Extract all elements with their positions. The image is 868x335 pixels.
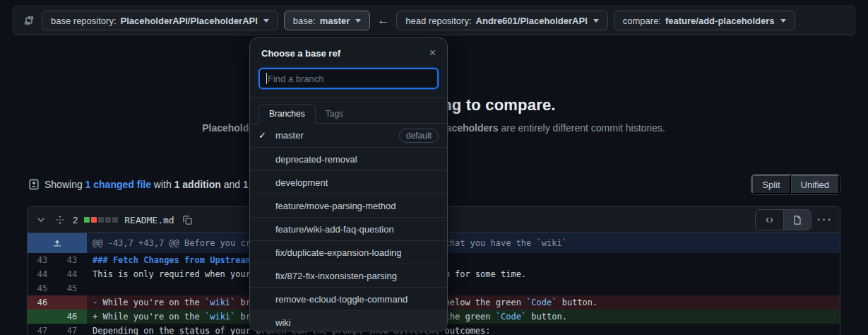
code-segment: `wiki`: [205, 312, 235, 322]
chevron-down-icon: [355, 19, 361, 23]
text-cursor: [266, 73, 267, 84]
chevron-down-icon[interactable]: [35, 213, 47, 226]
summary-and: and: [221, 179, 243, 190]
compare-bar: base repository: PlaceholderAPI/Placehol…: [13, 6, 855, 35]
base-repository-select[interactable]: base repository: PlaceholderAPI/Placehol…: [42, 11, 278, 30]
compare-ref-select[interactable]: compare: feature/add-placeholders: [614, 11, 795, 30]
file-changes-count: 2: [73, 215, 78, 225]
new-line-number: [57, 295, 87, 310]
code-segment: ### Fetch Changes from Upstream: [93, 255, 251, 265]
file-name[interactable]: README.md: [124, 215, 174, 225]
code-segment: button.: [557, 298, 598, 307]
kebab-menu-icon[interactable]: ···: [817, 213, 833, 226]
diff-line-code: ### Fetch Changes from Upstream: [87, 253, 840, 267]
branch-name: deprecated-removal: [275, 154, 357, 165]
rich-diff-button[interactable]: [783, 210, 811, 230]
branch-name: fix/duplicate-expansion-loading: [275, 247, 402, 258]
branch-item-feature/wiki-add-faq-question[interactable]: feature/wiki-add-faq-question: [250, 217, 447, 240]
diff-line-code: - While you're on the `wiki` branch, can…: [87, 295, 840, 310]
code-segment: `Code`: [526, 298, 557, 307]
diffstat-square-deletion: [91, 217, 97, 223]
base-ref-label: base:: [293, 16, 316, 26]
compare-ref-value: feature/add-placeholders: [665, 16, 775, 26]
diffstat-square-addition: [84, 217, 90, 223]
source-view-button[interactable]: [756, 210, 783, 230]
expand-all-icon[interactable]: [54, 213, 66, 226]
code-segment: While you're on the: [102, 312, 205, 322]
branch-item-master[interactable]: ✓masterdefault: [250, 124, 447, 147]
base-ref-select[interactable]: base: master: [284, 11, 370, 30]
base-repository-label: base repository:: [51, 16, 117, 26]
tab-branches[interactable]: Branches: [258, 104, 316, 124]
code-segment: `wiki`: [205, 298, 235, 307]
old-line-number: 43: [28, 253, 57, 267]
new-line-number: 43: [57, 253, 87, 267]
diff-line-code: [87, 281, 840, 295]
branch-name: remove-ecloud-toggle-command: [275, 294, 408, 305]
expand-hunk-button[interactable]: [28, 233, 87, 253]
copy-icon[interactable]: [181, 213, 194, 227]
default-badge: default: [399, 129, 439, 143]
check-icon: ✓: [258, 130, 270, 141]
branch-item-fix/872-fix-inxonsisten-parsing[interactable]: fix/872-fix-inxonsisten-parsing: [250, 264, 447, 287]
old-line-number: 45: [28, 281, 57, 295]
diff-sign: +: [93, 312, 102, 322]
branch-name: development: [275, 177, 328, 188]
diff-view-toggle: SplitUnified: [751, 174, 840, 195]
git-compare-icon: [22, 13, 36, 28]
branch-list: ✓masterdefaultdeprecated-removaldevelopm…: [250, 124, 447, 331]
message-text: are entirely different commit histories.: [499, 122, 665, 134]
branch-name: feature/move-parsing-method: [275, 201, 396, 211]
fold-up-icon: [52, 238, 62, 248]
rich-source-toggle: [755, 209, 811, 230]
diff-line-code: This is only required when your fork has…: [87, 267, 840, 281]
code-segment: `Code`: [496, 312, 526, 322]
branch-item-wiki[interactable]: wiki: [250, 310, 447, 331]
additions-count: 1 addition: [174, 179, 221, 190]
head-repository-select[interactable]: head repository: Andre601/PlaceholderAPI: [396, 11, 607, 30]
branch-name: wiki: [275, 317, 291, 328]
changed-files-link[interactable]: 1 changed file: [85, 179, 151, 190]
close-icon[interactable]: ×: [429, 47, 436, 59]
branch-item-development[interactable]: development: [250, 170, 447, 194]
chevron-down-icon: [593, 19, 599, 23]
diff-line-code: + While you're on the `wiki` branch, is …: [87, 310, 840, 324]
summary-with: with: [151, 179, 174, 190]
diff-sign: -: [93, 298, 102, 307]
ref-selector-dropdown: Choose a base ref × BranchesTags ✓master…: [249, 37, 448, 331]
compare-ref-label: compare:: [623, 16, 661, 26]
summary-prefix: Showing: [44, 179, 85, 190]
view-toggle-split-button[interactable]: Split: [751, 175, 790, 194]
branch-item-fix/duplicate-expansion-loading[interactable]: fix/duplicate-expansion-loading: [250, 240, 447, 264]
new-line-number: 46: [57, 310, 87, 324]
file-diff-icon: [27, 177, 41, 192]
branch-item-remove-ecloud-toggle-command[interactable]: remove-ecloud-toggle-command: [250, 287, 447, 310]
new-line-number: 45: [57, 281, 87, 295]
base-repository-value: PlaceholderAPI/PlaceholderAPI: [121, 16, 258, 26]
diffstat-square-neutral: [98, 217, 104, 223]
branch-search-input[interactable]: [266, 74, 431, 84]
head-repository-label: head repository:: [405, 16, 471, 26]
diffstat-square-neutral: [112, 217, 118, 223]
compare-direction-arrow-icon: ←: [376, 13, 391, 28]
dropdown-title: Choose a base ref: [261, 48, 340, 59]
base-ref-value: master: [320, 16, 350, 26]
branch-item-feature/move-parsing-method[interactable]: feature/move-parsing-method: [250, 194, 447, 217]
branch-item-deprecated-removal[interactable]: deprecated-removal: [250, 147, 447, 170]
old-line-number: 44: [28, 267, 57, 281]
diffstat-square-neutral: [105, 217, 111, 223]
new-line-number: 44: [57, 267, 87, 281]
view-toggle-unified-button[interactable]: Unified: [791, 175, 840, 194]
diffstat: [84, 217, 118, 223]
dropdown-header: Choose a base ref ×: [250, 38, 447, 62]
dropdown-filter: [250, 62, 447, 98]
chevron-down-icon: [263, 19, 269, 23]
hunk-text: @@ -43,7 +43,7 @@ Before you create a Pu…: [87, 233, 840, 253]
diff-line-code: Depending on the status of your branch c…: [87, 324, 840, 335]
branch-name: fix/872-fix-inxonsisten-parsing: [275, 271, 397, 281]
tab-tags[interactable]: Tags: [316, 105, 353, 123]
code-segment: While you're on the: [102, 298, 205, 307]
branch-name: master: [275, 130, 304, 141]
dropdown-tabs: BranchesTags: [250, 98, 447, 124]
head-repository-value: Andre601/PlaceholderAPI: [476, 16, 588, 26]
